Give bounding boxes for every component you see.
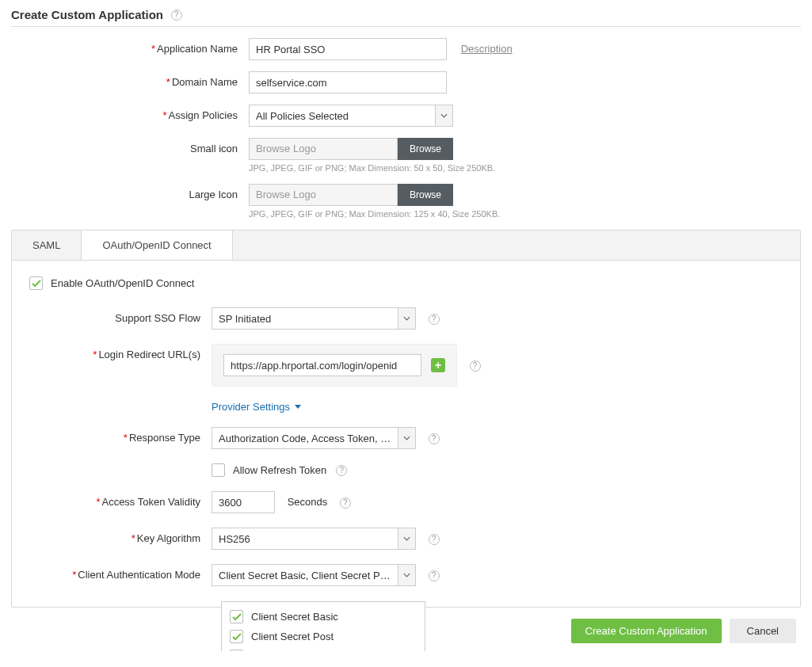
checkbox-allow-refresh-token[interactable]: [212, 463, 225, 477]
select-assign-policies[interactable]: All Policies Selected: [249, 105, 453, 127]
tab-body-oauth: Enable OAuth/OpenID Connect Support SSO …: [12, 261, 800, 607]
chevron-down-icon: [398, 528, 415, 549]
label-small-icon: Small icon: [11, 138, 249, 154]
dropdown-option[interactable]: Client Secret JWT: [222, 646, 425, 651]
label-client-auth-mode: *Client Authentication Mode: [29, 564, 212, 581]
label-app-name: *Application Name: [11, 38, 249, 55]
create-application-button[interactable]: Create Custom Application: [571, 619, 722, 643]
tabs-container: SAML OAuth/OpenID Connect Enable OAuth/O…: [11, 230, 801, 608]
chevron-down-icon: [398, 428, 415, 448]
label-key-algorithm: *Key Algorithm: [29, 528, 212, 544]
page-header: Create Custom Application ?: [11, 8, 801, 27]
label-allow-refresh-token: Allow Refresh Token: [233, 464, 326, 476]
checkbox-icon[interactable]: [230, 650, 243, 651]
add-redirect-url-button[interactable]: +: [431, 358, 445, 372]
help-icon[interactable]: ?: [429, 314, 440, 325]
label-access-token-validity: *Access Token Validity: [29, 491, 212, 508]
caret-down-icon: [295, 405, 301, 409]
label-sso-flow: Support SSO Flow: [29, 307, 212, 324]
chevron-down-icon: [435, 105, 452, 126]
redirect-url-box: +: [212, 344, 457, 387]
tabs: SAML OAuth/OpenID Connect: [12, 231, 800, 261]
tab-saml[interactable]: SAML: [12, 231, 82, 260]
checkbox-enable-oauth[interactable]: [29, 276, 43, 290]
provider-settings-toggle[interactable]: Provider Settings: [212, 401, 301, 413]
help-icon[interactable]: ?: [470, 360, 481, 372]
dropdown-client-auth-mode[interactable]: Client Secret BasicClient Secret PostCli…: [221, 601, 425, 651]
cancel-button[interactable]: Cancel: [730, 619, 796, 643]
dropdown-option-label: Client Secret Basic: [251, 611, 338, 623]
description-link[interactable]: Description: [461, 38, 513, 60]
input-large-icon: Browse Logo: [249, 184, 398, 206]
page-title: Create Custom Application: [11, 8, 163, 21]
help-icon[interactable]: ?: [429, 433, 440, 444]
browse-large-icon-button[interactable]: Browse: [398, 184, 453, 206]
dropdown-option[interactable]: Client Secret Basic: [222, 607, 425, 627]
chevron-down-icon: [398, 308, 415, 329]
label-domain-name: *Domain Name: [11, 71, 249, 88]
input-domain-name[interactable]: [249, 71, 447, 93]
dropdown-option-label: Client Secret JWT: [251, 650, 334, 651]
help-icon[interactable]: ?: [429, 534, 440, 545]
select-sso-flow[interactable]: SP Initiated: [212, 307, 416, 330]
checkbox-icon[interactable]: [230, 630, 243, 643]
hint-large-icon: JPG, JPEG, GIF or PNG; Max Dimension: 12…: [249, 209, 500, 219]
tab-oauth[interactable]: OAuth/OpenID Connect: [82, 231, 232, 260]
select-client-auth-mode[interactable]: Client Secret Basic, Client Secret Post: [212, 564, 416, 586]
unit-seconds: Seconds: [288, 491, 328, 513]
help-icon[interactable]: ?: [171, 10, 182, 21]
checkbox-icon[interactable]: [230, 610, 243, 623]
chevron-down-icon: [398, 565, 415, 585]
help-icon[interactable]: ?: [429, 570, 440, 581]
label-large-icon: Large Icon: [11, 184, 249, 200]
input-small-icon: Browse Logo: [249, 138, 398, 160]
browse-small-icon-button[interactable]: Browse: [398, 138, 453, 160]
help-icon[interactable]: ?: [340, 497, 351, 509]
select-response-type[interactable]: Authorization Code, Access Token, ID Tok…: [212, 427, 416, 449]
input-application-name[interactable]: [249, 38, 447, 60]
hint-small-icon: JPG, JPEG, GIF or PNG; Max Dimension: 50…: [249, 163, 495, 173]
input-login-redirect-url[interactable]: [223, 354, 421, 376]
select-key-algorithm[interactable]: HS256: [212, 528, 416, 550]
help-icon[interactable]: ?: [336, 465, 347, 476]
dropdown-option[interactable]: Client Secret Post: [222, 627, 425, 646]
label-response-type: *Response Type: [29, 427, 212, 444]
dropdown-option-label: Client Secret Post: [251, 631, 334, 642]
label-login-redirect: *Login Redirect URL(s): [29, 344, 212, 360]
input-access-token-validity[interactable]: [212, 491, 275, 513]
label-enable-oauth: Enable OAuth/OpenID Connect: [51, 277, 194, 289]
label-assign-policies: *Assign Policies: [11, 105, 249, 121]
